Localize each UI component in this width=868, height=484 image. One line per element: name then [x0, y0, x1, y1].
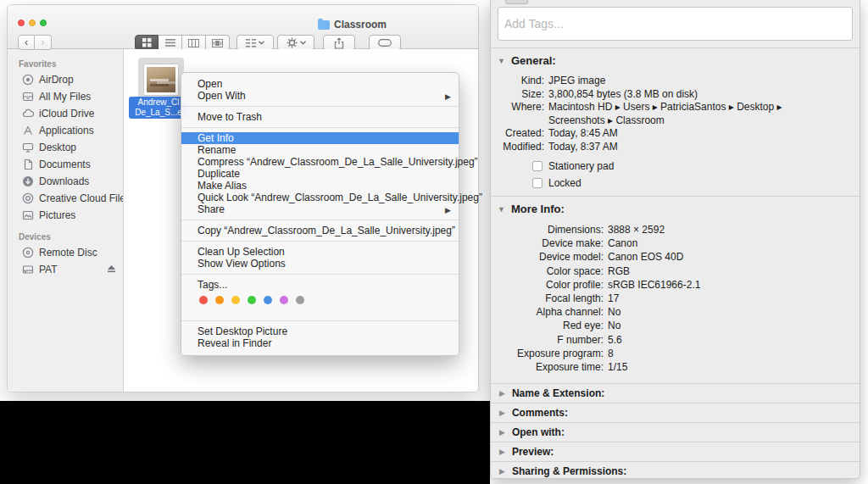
- back-chevron-icon: ‹: [25, 36, 28, 48]
- section-comments[interactable]: ▶ Comments:: [491, 403, 860, 421]
- menu-item-set-desktop-picture[interactable]: Set Desktop Picture: [181, 325, 459, 337]
- file-name-label[interactable]: Andrew_Cl De_La_S...e: [129, 97, 188, 119]
- titlebar: Classroom ‹ ›: [8, 5, 478, 49]
- classroom-photo: [147, 67, 175, 92]
- divider: [491, 47, 860, 48]
- minimize-button[interactable]: [29, 19, 36, 26]
- sidebar-item-documents[interactable]: Documents: [8, 156, 123, 173]
- info-row-alpha-channel: Alpha channel: No: [498, 305, 851, 319]
- menu-item-label: Share: [198, 203, 225, 215]
- grid-view-icon: [142, 38, 152, 47]
- row-value: sRGB IEC61966-2.1: [608, 278, 851, 292]
- menu-item-copy[interactable]: Copy “Andrew_Classroom_De_La_Salle_Unive…: [181, 225, 459, 236]
- desktop-black-region: [0, 401, 490, 484]
- menu-item-clean-up-selection[interactable]: Clean Up Selection: [181, 246, 459, 258]
- info-row-color-profile: Color profile: sRGB IEC61966-2.1: [498, 278, 851, 292]
- sidebar-section-devices: Devices: [8, 229, 123, 244]
- row-label: Kind:: [498, 75, 544, 88]
- info-row-exposure-time: Exposure time: 1/15: [498, 360, 851, 374]
- file-thumbnail[interactable]: [144, 64, 178, 95]
- stationery-pad-option: Stationery pad: [532, 160, 614, 172]
- eject-icon[interactable]: [107, 264, 116, 273]
- menu-item-label: Open With: [198, 90, 246, 102]
- menu-item-reveal-in-finder[interactable]: Reveal in Finder: [181, 337, 459, 349]
- list-view-icon: [165, 39, 175, 47]
- tag-color-dots: [181, 291, 459, 316]
- menu-item-open-with[interactable]: Open With ▶: [181, 90, 459, 102]
- tag-blue[interactable]: [264, 296, 272, 304]
- file-name-line1: Andrew_Cl: [131, 97, 186, 108]
- sidebar-label: Pictures: [39, 209, 75, 221]
- document-icon: [22, 159, 34, 170]
- stationery-pad-checkbox[interactable]: [532, 161, 542, 171]
- menu-item-compress[interactable]: Compress “Andrew_Classroom_De_La_Salle_U…: [181, 156, 459, 168]
- back-button[interactable]: ‹: [18, 35, 35, 50]
- disclosure-closed-icon: ▶: [499, 389, 505, 398]
- sidebar-item-applications[interactable]: Applications: [8, 122, 123, 139]
- menu-item-move-to-trash[interactable]: Move to Trash: [181, 111, 459, 123]
- sidebar-item-all-my-files[interactable]: All My Files: [8, 88, 123, 105]
- sidebar-label: PAT: [39, 264, 58, 275]
- info-row-dimensions: Dimensions: 3888 × 2592: [498, 223, 851, 236]
- row-label: Color space:: [498, 264, 604, 278]
- info-row-device-make: Device make: Canon: [498, 236, 851, 250]
- menu-item-share[interactable]: Share ▶: [181, 203, 459, 215]
- section-preview[interactable]: ▶ Preview:: [491, 442, 860, 460]
- forward-button[interactable]: ›: [35, 35, 52, 50]
- menu-item-make-alias[interactable]: Make Alias: [181, 180, 459, 192]
- tag-yellow[interactable]: [231, 296, 240, 304]
- more-info-section-header[interactable]: ▼ More Info:: [498, 203, 565, 215]
- tag-gray[interactable]: [296, 296, 304, 304]
- file-name-line2: De_La_S...e: [131, 108, 186, 118]
- menu-item-open[interactable]: Open: [181, 78, 459, 90]
- menu-item-duplicate[interactable]: Duplicate: [181, 168, 459, 180]
- screen: Classroom ‹ ›: [0, 0, 868, 484]
- disclosure-open-icon[interactable]: ▼: [498, 57, 505, 65]
- tag-red[interactable]: [199, 296, 208, 304]
- row-label: Color profile:: [498, 278, 604, 292]
- close-button[interactable]: [18, 19, 25, 26]
- chevron-down-icon: [300, 41, 306, 45]
- disclosure-open-icon[interactable]: ▼: [498, 205, 505, 214]
- section-sharing-and-permissions[interactable]: ▶ Sharing & Permissions:: [491, 461, 860, 480]
- menu-item-quick-look[interactable]: Quick Look “Andrew_Classroom_De_La_Salle…: [181, 192, 459, 203]
- sidebar-label: Downloads: [39, 175, 89, 187]
- sidebar-item-desktop[interactable]: Desktop: [8, 139, 123, 156]
- airdrop-icon: [22, 74, 34, 86]
- sidebar-item-remote-disc[interactable]: Remote Disc: [8, 244, 123, 261]
- tag-orange[interactable]: [215, 296, 224, 304]
- tag-purple[interactable]: [280, 296, 288, 304]
- add-tags-input[interactable]: [498, 7, 853, 41]
- sidebar-item-pat[interactable]: PAT: [8, 261, 123, 278]
- zoom-button[interactable]: [40, 19, 47, 26]
- section-title: Sharing & Permissions:: [512, 465, 626, 477]
- download-circle-icon: [22, 175, 34, 187]
- sidebar-item-icloud-drive[interactable]: iCloud Drive: [8, 105, 123, 122]
- menu-item-tags[interactable]: Tags...: [181, 279, 459, 291]
- sidebar-section-favorites: Favorites: [8, 56, 123, 71]
- sidebar-item-creative-cloud-files[interactable]: Creative Cloud Files: [8, 190, 123, 207]
- menu-item-rename[interactable]: Rename: [181, 144, 459, 156]
- menu-item-get-info[interactable]: Get Info: [181, 132, 459, 144]
- section-name-and-extension[interactable]: ▶ Name & Extension:: [491, 383, 860, 402]
- general-section-header[interactable]: ▼ General:: [498, 54, 556, 67]
- desktop-icon: [22, 142, 34, 153]
- row-label: Modified:: [498, 141, 544, 154]
- menu-item-show-view-options[interactable]: Show View Options: [181, 258, 459, 270]
- section-open-with[interactable]: ▶ Open with:: [491, 422, 860, 441]
- sidebar-item-pictures[interactable]: Pictures: [8, 207, 123, 224]
- locked-checkbox[interactable]: [532, 178, 542, 188]
- row-label: Exposure program:: [498, 347, 604, 360]
- row-value: 8: [608, 347, 851, 360]
- menu-separator: [181, 241, 459, 242]
- disclosure-closed-icon: ▶: [499, 448, 505, 456]
- menu-separator: [181, 274, 459, 275]
- row-label: Size:: [498, 88, 544, 102]
- drive-icon: [22, 264, 34, 275]
- tag-green[interactable]: [248, 296, 256, 304]
- info-row-exposure-program: Exposure program: 8: [498, 347, 851, 360]
- section-title: Comments:: [512, 407, 568, 419]
- sidebar-item-airdrop[interactable]: AirDrop: [8, 71, 123, 88]
- sidebar-item-downloads[interactable]: Downloads: [8, 173, 123, 190]
- info-row-color-space: Color space: RGB: [498, 264, 851, 278]
